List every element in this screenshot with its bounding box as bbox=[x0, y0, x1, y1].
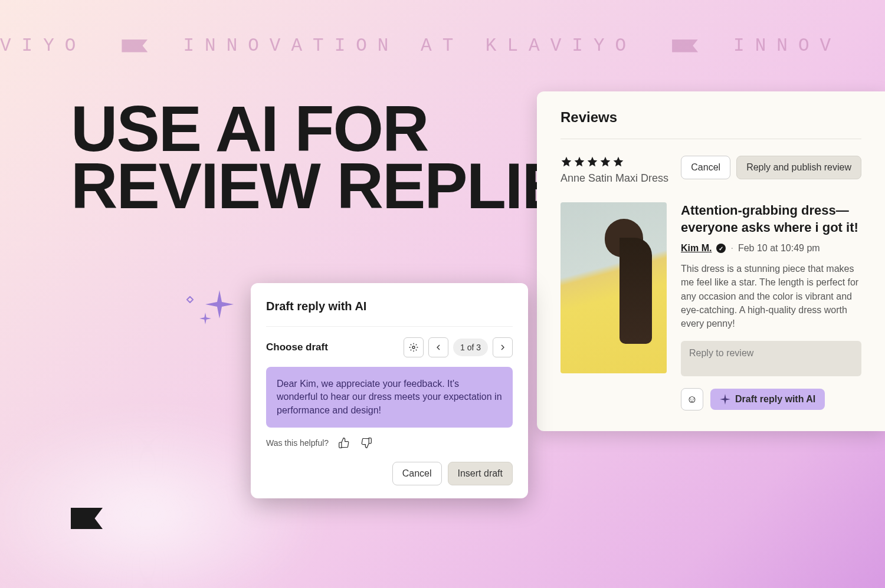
flag-icon bbox=[672, 40, 698, 52]
insert-draft-button[interactable]: Insert draft bbox=[448, 462, 513, 485]
product-name: Anne Satin Maxi Dress bbox=[560, 172, 668, 185]
review-content: Attention-grabbing dress—everyone asks w… bbox=[681, 202, 861, 410]
star-icon bbox=[560, 156, 572, 167]
draft-modal-footer: Cancel Insert draft bbox=[266, 462, 513, 485]
star-icon bbox=[586, 156, 598, 167]
feedback-prompt: Was this helpful? bbox=[266, 438, 329, 448]
chevron-left-icon bbox=[434, 343, 443, 352]
star-icon bbox=[573, 156, 585, 167]
reviews-panel: Reviews Anne Satin Maxi Dress Cancel Rep… bbox=[537, 91, 885, 431]
reply-publish-button[interactable]: Reply and publish review bbox=[736, 156, 861, 179]
draft-reply-ai-button[interactable]: Draft reply with AI bbox=[710, 389, 825, 410]
smile-icon: ☺ bbox=[687, 393, 697, 406]
star-icon bbox=[612, 156, 624, 167]
thumbs-down-button[interactable] bbox=[359, 436, 373, 450]
review-heading: Attention-grabbing dress—everyone asks w… bbox=[681, 202, 861, 236]
headline-line-2: REVIEW REPLIES bbox=[71, 157, 606, 215]
review-meta: Kim M. · Feb 10 at 10:49 pm bbox=[681, 243, 861, 254]
ai-button-label: Draft reply with AI bbox=[735, 394, 815, 405]
next-draft-button[interactable] bbox=[493, 337, 513, 357]
feedback-row: Was this helpful? bbox=[266, 436, 513, 450]
meta-separator: · bbox=[730, 243, 733, 254]
draft-modal-title: Draft reply with AI bbox=[266, 300, 513, 313]
banner-marquee: VIYO INNOVATION AT KLAVIYO INNOV bbox=[0, 35, 885, 56]
review-timestamp: Feb 10 at 10:49 pm bbox=[738, 243, 820, 254]
draft-suggestion-text: Dear Kim, we appreciate your feedback. I… bbox=[266, 367, 513, 428]
reply-footer: ☺ Draft reply with AI bbox=[681, 388, 861, 410]
review-product-image bbox=[560, 202, 667, 373]
thumbs-down-icon bbox=[360, 437, 372, 449]
reviewer-name[interactable]: Kim M. bbox=[681, 243, 712, 254]
svg-point-0 bbox=[412, 346, 415, 349]
banner-fragment-right: INNOV bbox=[733, 35, 841, 56]
settings-button[interactable] bbox=[404, 337, 424, 357]
sparkle-decoration bbox=[205, 290, 234, 321]
draft-cancel-button[interactable]: Cancel bbox=[392, 462, 442, 485]
sparkle-icon bbox=[720, 394, 730, 405]
star-rating bbox=[560, 156, 668, 167]
review-rating-block: Anne Satin Maxi Dress bbox=[560, 156, 668, 185]
banner-main-text: INNOVATION AT KLAVIYO bbox=[183, 35, 637, 56]
banner-fragment-left: VIYO bbox=[0, 35, 86, 56]
emoji-picker-button[interactable]: ☺ bbox=[681, 388, 703, 410]
review-actions: Cancel Reply and publish review bbox=[681, 156, 861, 179]
reply-input[interactable] bbox=[681, 341, 861, 376]
draft-toolbar: Choose draft 1 of 3 bbox=[266, 337, 513, 357]
cancel-button[interactable]: Cancel bbox=[681, 156, 730, 179]
review-header-row: Anne Satin Maxi Dress Cancel Reply and p… bbox=[560, 156, 861, 185]
verified-badge-icon bbox=[716, 244, 726, 253]
prev-draft-button[interactable] bbox=[428, 337, 448, 357]
reviews-panel-title: Reviews bbox=[560, 109, 861, 139]
choose-draft-label: Choose draft bbox=[266, 341, 328, 353]
review-text: This dress is a stunning piece that make… bbox=[681, 262, 861, 330]
thumbs-up-button[interactable] bbox=[337, 436, 351, 450]
draft-pager: 1 of 3 bbox=[404, 337, 513, 357]
diamond-outline-icon bbox=[186, 296, 194, 303]
thumbs-up-icon bbox=[338, 437, 350, 449]
review-body: Attention-grabbing dress—everyone asks w… bbox=[560, 202, 861, 410]
draft-reply-modal: Draft reply with AI Choose draft 1 of 3 … bbox=[251, 283, 528, 498]
flag-icon bbox=[122, 40, 148, 52]
sparkle-small-icon bbox=[199, 313, 211, 324]
divider bbox=[266, 326, 513, 327]
page-headline: USE AI FOR REVIEW REPLIES bbox=[71, 100, 606, 215]
chevron-right-icon bbox=[498, 343, 507, 352]
pager-count: 1 of 3 bbox=[453, 339, 488, 356]
gear-icon bbox=[409, 343, 418, 352]
star-icon bbox=[599, 156, 611, 167]
